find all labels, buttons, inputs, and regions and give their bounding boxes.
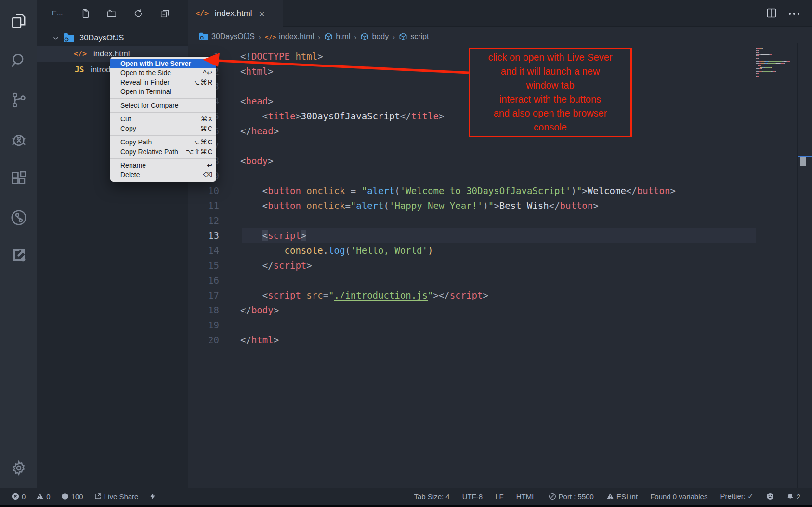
chevron-right-icon: › <box>354 33 357 41</box>
menu-separator <box>110 158 216 159</box>
breadcrumb-item-index.html[interactable]: </>index.html <box>265 32 314 41</box>
menu-item-shortcut: ⌥⇧⌘C <box>186 148 213 156</box>
code-line: 11 <button onclick="alert('Happy New Yea… <box>188 198 812 213</box>
tab-close-icon[interactable]: × <box>259 9 265 19</box>
code-line: 7 <box>188 138 812 153</box>
code-text: <button onclick="alert('Happy New Year!'… <box>219 200 599 211</box>
status-item-2[interactable]: 2 <box>786 493 800 501</box>
code-text: </head> <box>219 126 279 136</box>
menu-item-label: Reveal in Finder <box>120 78 170 86</box>
menu-item-open-to-the-side[interactable]: Open to the Side^↩ <box>110 68 216 78</box>
menu-item-open-in-terminal[interactable]: Open in Terminal <box>110 87 216 97</box>
status-item-html[interactable]: HTML <box>516 493 536 501</box>
search-icon[interactable] <box>9 51 28 70</box>
menu-item-delete[interactable]: Delete⌫ <box>110 170 216 180</box>
annotation-text-line: and it will launch a new <box>470 65 630 78</box>
minimap-line <box>756 73 759 74</box>
line-number: 18 <box>188 305 219 315</box>
menu-item-select-for-compare[interactable]: Select for Compare <box>110 101 216 110</box>
debug-icon[interactable] <box>9 130 28 149</box>
code-text: <head> <box>219 96 274 106</box>
breadcrumb-item-30DaysOfJS[interactable]: 30DaysOfJS <box>199 32 255 41</box>
split-editor-icon[interactable] <box>766 7 777 21</box>
source-control-icon[interactable] <box>9 91 28 110</box>
status-item-found-0-variables[interactable]: Found 0 variables <box>650 493 707 501</box>
chevron-right-icon: › <box>317 33 321 41</box>
code-line: 12 <box>188 213 812 228</box>
share-out-icon[interactable] <box>9 246 28 265</box>
status-item-port-5500[interactable]: Port : 5500 <box>549 493 594 501</box>
live-share-icon[interactable] <box>9 208 28 227</box>
line-number: 20 <box>188 335 219 345</box>
status-item-label: 0 <box>22 493 26 501</box>
menu-item-label: Select for Compare <box>120 102 179 109</box>
menu-item-shortcut: ⌘X <box>201 115 213 123</box>
editor-scrollbar-thumb[interactable] <box>800 157 806 166</box>
js-file-icon: JS <box>75 65 84 74</box>
new-folder-icon[interactable] <box>106 8 118 19</box>
menu-item-label: Open with Live Server <box>120 60 191 67</box>
settings-gear-icon[interactable] <box>9 458 28 478</box>
code-text: <title>30DaysOfJavaScript</title> <box>219 111 444 121</box>
menu-item-rename[interactable]: Rename↩ <box>110 161 216 170</box>
collapse-all-icon[interactable] <box>159 8 170 19</box>
status-item-tab-size-4[interactable]: Tab Size: 4 <box>414 493 449 501</box>
status-item-label: 0 <box>46 493 50 501</box>
cube-icon <box>399 32 407 41</box>
html-file-icon: </> <box>196 9 209 18</box>
annotation-text-line: window tab <box>470 78 630 92</box>
chevron-down-icon <box>52 35 59 41</box>
menu-item-copy-path[interactable]: Copy Path⌥⌘C <box>110 138 216 147</box>
warning-icon <box>36 493 44 500</box>
refresh-icon[interactable] <box>132 8 144 19</box>
status-item-100[interactable]: 100 <box>61 493 83 501</box>
breadcrumb-item-body[interactable]: body <box>360 32 389 41</box>
status-item-live-share[interactable]: Live Share <box>94 493 139 501</box>
menu-item-cut[interactable]: Cut⌘X <box>110 115 216 124</box>
more-actions-icon[interactable] <box>788 10 800 19</box>
line-number: 17 <box>188 290 219 300</box>
tab-label: index.html <box>215 9 252 18</box>
warning-icon <box>606 493 614 500</box>
code-line: 10 <button onclick = "alert('Welcome to … <box>188 183 812 198</box>
info-icon <box>61 493 69 500</box>
menu-item-reveal-in-finder[interactable]: Reveal in Finder⌥⌘R <box>110 78 216 87</box>
menu-item-open-with-live-server[interactable]: Open with Live Server <box>110 59 216 68</box>
annotation-note: click on open with Live Severand it will… <box>469 48 632 137</box>
status-item-0[interactable]: 0 <box>36 493 50 501</box>
tree-item-root-folder[interactable]: 30DaysOfJS <box>37 30 188 46</box>
status-item-0[interactable]: 0 <box>12 493 26 501</box>
breadcrumb-item-html[interactable]: html <box>324 32 350 41</box>
status-item-utf-8[interactable]: UTF-8 <box>462 493 483 501</box>
breadcrumb-item-script[interactable]: script <box>399 32 429 41</box>
code-line: 18</body> <box>188 302 812 317</box>
tab-index-html[interactable]: </> index.html × <box>188 0 283 27</box>
line-number: 16 <box>188 275 219 286</box>
minimap-line <box>756 76 759 77</box>
extensions-icon[interactable] <box>9 169 28 189</box>
bolt-icon <box>149 493 157 500</box>
breadcrumb-label: script <box>410 32 429 41</box>
minimap-line <box>756 50 759 51</box>
code-line: 16 <box>188 273 812 287</box>
status-item-label: Tab Size: 4 <box>414 493 449 501</box>
menu-item-label: Copy <box>120 125 136 132</box>
annotation-text-line: and also open the browser <box>470 106 630 120</box>
status-item-bolt[interactable] <box>149 493 157 500</box>
status-item-eslint[interactable]: ESLint <box>606 493 638 501</box>
minimap-line <box>756 63 784 64</box>
code-text: </script> <box>219 260 312 271</box>
explorer-icon[interactable] <box>9 12 28 31</box>
menu-item-copy[interactable]: Copy⌘C <box>110 124 216 133</box>
breadcrumb-label: html <box>336 32 350 41</box>
status-item-prettier-[interactable]: Prettier: ✓ <box>720 492 753 501</box>
code-line: 15 </script> <box>188 258 812 273</box>
status-item-smiley[interactable] <box>766 493 774 500</box>
status-item-lf[interactable]: LF <box>495 493 504 501</box>
menu-item-copy-relative-path[interactable]: Copy Relative Path⌥⇧⌘C <box>110 147 216 156</box>
breadcrumb-label: 30DaysOfJS <box>211 32 255 41</box>
new-file-icon[interactable] <box>80 8 92 19</box>
code-text: <script> <box>219 230 306 241</box>
menu-item-shortcut: ⌫ <box>203 171 213 179</box>
status-item-label: ESLint <box>616 493 638 501</box>
